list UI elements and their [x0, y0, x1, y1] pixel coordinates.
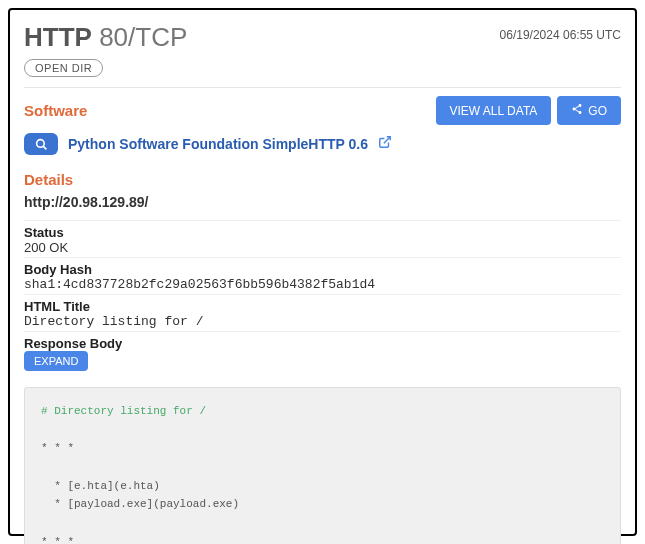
status-row: Status 200 OK [24, 220, 621, 257]
port-transport-label: 80/TCP [99, 22, 187, 52]
software-name-link[interactable]: Python Software Foundation SimpleHTTP 0.… [68, 136, 368, 152]
response-body-preview: # Directory listing for / * * * * [e.hta… [24, 387, 621, 544]
search-software-button[interactable] [24, 133, 58, 155]
software-section-header: Software VIEW ALL DATA GO [24, 96, 621, 125]
target-url: http://20.98.129.89/ [24, 194, 621, 210]
details-section: Details http://20.98.129.89/ Status 200 … [24, 171, 621, 544]
html-title-label: HTML Title [24, 299, 621, 314]
svg-line-1 [43, 146, 46, 149]
html-title-row: HTML Title Directory listing for / [24, 294, 621, 331]
svg-line-2 [384, 137, 390, 143]
details-heading: Details [24, 171, 621, 188]
view-all-data-button[interactable]: VIEW ALL DATA [436, 96, 552, 125]
response-body-row: Response Body EXPAND [24, 331, 621, 373]
go-button[interactable]: GO [557, 96, 621, 125]
svg-point-0 [36, 139, 44, 147]
software-row: Python Software Foundation SimpleHTTP 0.… [24, 133, 621, 155]
service-title: HTTP 80/TCP [24, 22, 187, 53]
code-line-0: * [e.hta](e.hta) [41, 480, 160, 492]
code-line-1: * [payload.exe](payload.exe) [41, 498, 239, 510]
body-hash-label: Body Hash [24, 262, 621, 277]
status-label: Status [24, 225, 621, 240]
external-link-icon[interactable] [378, 135, 392, 153]
code-sep-bottom: * * * [41, 536, 74, 544]
html-title-value: Directory listing for / [24, 314, 621, 329]
action-buttons: VIEW ALL DATA GO [436, 96, 621, 125]
response-body-label: Response Body [24, 336, 621, 351]
view-all-data-label: VIEW ALL DATA [450, 104, 538, 118]
status-value: 200 OK [24, 240, 621, 255]
code-sep-top: * * * [41, 442, 74, 454]
service-panel: HTTP 80/TCP OPEN DIR 06/19/2024 06:55 UT… [8, 8, 637, 536]
timestamp: 06/19/2024 06:55 UTC [500, 22, 621, 42]
search-icon [35, 138, 48, 151]
panel-header: HTTP 80/TCP OPEN DIR 06/19/2024 06:55 UT… [24, 22, 621, 77]
expand-button[interactable]: EXPAND [24, 351, 88, 371]
title-block: HTTP 80/TCP OPEN DIR [24, 22, 187, 77]
body-hash-value: sha1:4cd837728b2fc29a02563f6bb596b4382f5… [24, 277, 621, 292]
divider [24, 87, 621, 88]
code-heading: # Directory listing for / [41, 405, 206, 417]
software-heading: Software [24, 102, 87, 119]
go-label: GO [588, 104, 607, 118]
expand-label: EXPAND [34, 355, 78, 367]
open-dir-badge: OPEN DIR [24, 59, 103, 77]
protocol-label: HTTP [24, 22, 92, 52]
share-icon [571, 103, 583, 118]
body-hash-row: Body Hash sha1:4cd837728b2fc29a02563f6bb… [24, 257, 621, 294]
